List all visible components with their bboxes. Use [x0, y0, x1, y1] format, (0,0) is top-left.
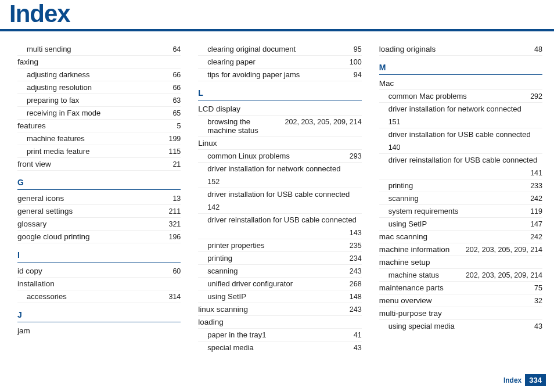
index-letter-heading: L [198, 85, 361, 100]
entry-label: Linux [198, 139, 361, 148]
entry-pages: 234 [350, 254, 362, 262]
index-entry[interactable]: loading [198, 316, 361, 329]
index-subentry[interactable]: multi sending64 [17, 43, 181, 56]
index-subentry[interactable]: driver reinstallation for USB cable conn… [379, 154, 542, 179]
index-entry[interactable]: Mac [379, 77, 542, 90]
entry-label: linux scanning [198, 305, 344, 314]
entry-label: machine information [379, 245, 461, 254]
entry-pages: 211 [168, 207, 181, 215]
entry-pages: 235 [350, 242, 362, 250]
index-entry[interactable]: machine information202, 203, 205, 209, 2… [379, 243, 542, 256]
index-subentry[interactable]: clearing original document95 [198, 43, 361, 56]
entry-pages: 32 [534, 297, 542, 305]
index-entry[interactable]: linux scanning243 [198, 303, 361, 316]
index-subentry[interactable]: using special media43 [379, 320, 542, 332]
index-subentry[interactable]: printing233 [379, 179, 542, 192]
index-subentry[interactable]: machine status202, 203, 205, 209, 214 [379, 269, 542, 282]
index-column-2: clearing original document95clearing pap… [198, 43, 361, 354]
entry-pages: 43 [534, 322, 542, 330]
index-entry[interactable]: loading originals48 [379, 43, 542, 56]
page-header: Index [0, 0, 554, 31]
index-subentry[interactable]: printing234 [198, 252, 361, 265]
index-subentry[interactable]: system requirements119 [379, 205, 542, 218]
entry-label: driver reinstallation for USB cable conn… [379, 156, 542, 164]
index-entry[interactable]: installation [17, 278, 181, 290]
entry-pages: 233 [530, 182, 542, 190]
index-subentry[interactable]: adjusting darkness66 [17, 69, 181, 81]
index-subentry[interactable]: common Linux problems293 [198, 150, 361, 163]
index-entry[interactable]: glossary321 [17, 218, 181, 231]
entry-label: maintenance parts [379, 283, 530, 292]
index-entry[interactable]: maintenance parts75 [379, 282, 542, 294]
entry-label: driver installation for USB cable connec… [379, 130, 542, 139]
index-subentry[interactable]: driver reinstallation for USB cable conn… [198, 214, 361, 239]
index-entry[interactable]: features5 [17, 120, 181, 132]
entry-label: adjusting darkness [17, 70, 168, 79]
entry-pages: 141 [379, 169, 542, 177]
entry-label: id copy [17, 267, 168, 275]
entry-pages: 64 [172, 45, 181, 53]
entry-label: machine status [379, 271, 461, 279]
index-subentry[interactable]: using SetIP148 [198, 290, 361, 303]
index-subentry[interactable]: common Mac problems292 [379, 90, 542, 103]
index-subentry[interactable]: unified driver configurator268 [198, 278, 361, 290]
index-entry[interactable]: faxing [17, 56, 181, 69]
index-subentry[interactable]: printer properties235 [198, 239, 361, 252]
entry-pages: 321 [168, 220, 181, 228]
index-subentry[interactable]: clearing paper100 [198, 56, 361, 69]
index-subentry[interactable]: using SetIP147 [379, 218, 542, 231]
index-subentry[interactable]: machine features199 [17, 132, 181, 145]
entry-pages: 65 [172, 109, 181, 117]
index-subentry[interactable]: tips for avoiding paper jams94 [198, 69, 361, 81]
index-entry[interactable]: general settings211 [17, 205, 181, 218]
entry-pages: 75 [534, 284, 542, 292]
index-entry[interactable]: LCD display [198, 103, 361, 116]
entry-pages: 5 [177, 122, 181, 130]
index-subentry[interactable]: special media43 [198, 341, 361, 354]
entry-pages: 148 [350, 293, 362, 301]
index-subentry[interactable]: scanning242 [379, 192, 542, 205]
entry-label: faxing [17, 57, 181, 66]
index-entry[interactable]: multi-purpose tray [379, 307, 542, 320]
index-subentry[interactable]: paper in the tray141 [198, 329, 361, 341]
index-subentry[interactable]: driver installation for USB cable connec… [379, 128, 542, 154]
entry-pages: 268 [350, 280, 362, 288]
index-subentry[interactable]: browsing the machine status202, 203, 205… [198, 116, 361, 137]
index-subentry[interactable]: driver installation for network connecte… [379, 103, 542, 128]
entry-pages: 147 [530, 220, 542, 228]
entry-label: special media [198, 343, 348, 352]
index-entry[interactable]: front view21 [17, 158, 181, 171]
entry-label: clearing paper [198, 57, 344, 66]
index-subentry[interactable]: accessories314 [17, 290, 181, 303]
entry-label: receiving in Fax mode [17, 109, 168, 117]
index-entry[interactable]: id copy60 [17, 265, 181, 278]
entry-pages: 202, 203, 205, 209, 214 [466, 271, 542, 279]
entry-label: machine features [17, 134, 164, 143]
entry-pages: 21 [172, 160, 181, 168]
index-entry[interactable]: mac scanning242 [379, 231, 542, 243]
entry-label: front view [17, 160, 168, 168]
entry-pages: 142 [198, 203, 361, 211]
index-entry[interactable]: jam [17, 325, 181, 337]
footer-page-badge: 334 [525, 374, 546, 386]
index-subentry[interactable]: receiving in Fax mode65 [17, 107, 181, 120]
index-entry[interactable]: general icons13 [17, 192, 181, 205]
index-entry[interactable]: menu overview32 [379, 294, 542, 307]
entry-label: loading originals [379, 45, 530, 53]
index-subentry[interactable]: scanning243 [198, 265, 361, 278]
entry-label: preparing to fax [17, 96, 168, 105]
entry-label: print media feature [17, 147, 164, 156]
index-subentry[interactable]: driver installation for network connecte… [198, 163, 361, 188]
entry-pages: 243 [350, 305, 362, 314]
entry-label: scanning [198, 267, 344, 275]
index-entry[interactable]: machine setup [379, 256, 542, 269]
entry-label: driver installation for network connecte… [198, 164, 361, 173]
index-subentry[interactable]: preparing to fax63 [17, 94, 181, 107]
index-entry[interactable]: Linux [198, 137, 361, 150]
entry-pages: 242 [530, 233, 542, 241]
index-subentry[interactable]: driver installation for USB cable connec… [198, 188, 361, 214]
index-entry[interactable]: google cloud printing196 [17, 231, 181, 243]
index-subentry[interactable]: print media feature115 [17, 145, 181, 158]
index-subentry[interactable]: adjusting resolution66 [17, 81, 181, 94]
entry-label: browsing the machine status [198, 117, 280, 135]
